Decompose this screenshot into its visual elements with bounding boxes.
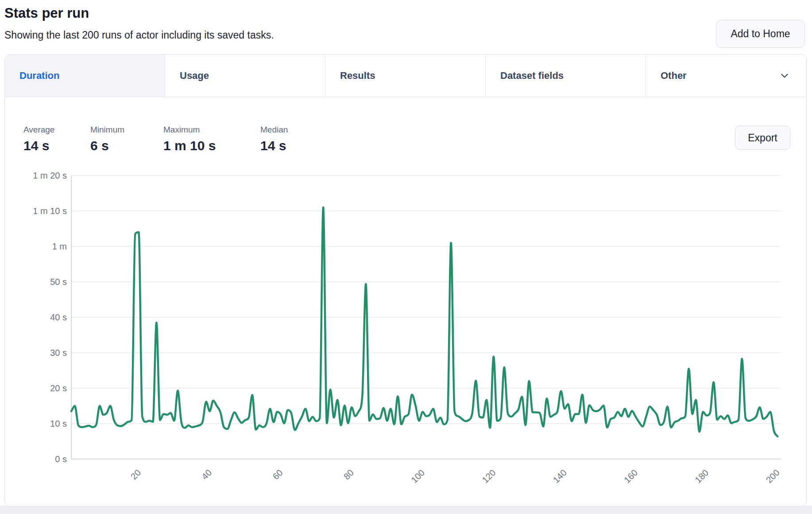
svg-text:160: 160 — [622, 467, 639, 485]
duration-chart[interactable]: 0 s10 s20 s30 s40 s50 s1 m1 m 10 s1 m 20… — [5, 55, 807, 506]
stats-card: Duration Usage Results Dataset fields Ot… — [4, 54, 807, 506]
svg-text:1 m 20 s: 1 m 20 s — [33, 171, 67, 180]
bottom-strip — [0, 506, 812, 514]
svg-text:20: 20 — [129, 467, 143, 481]
add-to-home-label: Add to Home — [731, 28, 790, 40]
svg-text:20 s: 20 s — [50, 383, 67, 393]
svg-text:50 s: 50 s — [50, 277, 67, 287]
chart-y-axis-labels: 0 s10 s20 s30 s40 s50 s1 m1 m 10 s1 m 20… — [33, 171, 67, 464]
svg-text:10 s: 10 s — [50, 419, 67, 428]
page-title: Stats per run — [4, 5, 89, 21]
svg-text:180: 180 — [693, 467, 710, 485]
svg-text:1 m: 1 m — [52, 241, 67, 251]
page-subtitle: Showing the last 200 runs of actor inclu… — [4, 29, 274, 41]
svg-text:60: 60 — [271, 467, 284, 481]
svg-text:140: 140 — [551, 467, 568, 485]
duration-line-series[interactable] — [71, 207, 777, 436]
svg-text:1 m 10 s: 1 m 10 s — [33, 206, 67, 216]
svg-text:80: 80 — [342, 467, 356, 481]
add-to-home-button[interactable]: Add to Home — [716, 20, 805, 48]
stats-per-run-page: Stats per run Showing the last 200 runs … — [0, 0, 812, 514]
svg-text:120: 120 — [480, 467, 497, 485]
chart-x-axis-labels: 20406080100120140160180200 — [129, 467, 781, 485]
svg-text:40 s: 40 s — [50, 312, 67, 322]
svg-text:100: 100 — [409, 467, 426, 485]
svg-text:0 s: 0 s — [55, 454, 67, 464]
svg-text:30 s: 30 s — [50, 348, 67, 358]
svg-text:200: 200 — [764, 467, 781, 485]
svg-text:40: 40 — [200, 467, 213, 481]
